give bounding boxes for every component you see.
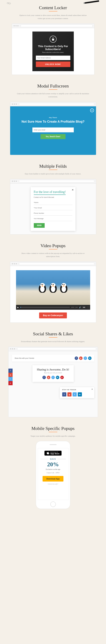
stay-in-touch-card: ✕ STAY IN TOUCH f g t in: [60, 387, 94, 398]
share-bar: Share this with your Friends! f g t in: [12, 355, 94, 362]
discount-percentage: 20%: [40, 461, 66, 468]
penguin-graphic: [39, 282, 46, 293]
linkedin-icon[interactable]: in: [56, 376, 59, 379]
twitter-icon[interactable]: t: [51, 376, 55, 379]
close-icon[interactable]: ✕: [72, 188, 74, 192]
penguin-graphic: [60, 282, 67, 293]
lock-icon: [50, 36, 56, 42]
popup-subtitle: Contact us for travel discount: [34, 196, 72, 198]
paper-clips-decoration: [7, 2, 12, 4]
pinterest-icon[interactable]: p: [60, 376, 64, 379]
email-input[interactable]: [36, 56, 70, 60]
home-button[interactable]: [50, 502, 56, 507]
googleplus-tab[interactable]: g: [8, 373, 13, 377]
facebook-icon[interactable]: f: [75, 356, 78, 360]
browser-mockup: ▲ ✕ For the love of travelling! Contact …: [10, 179, 96, 234]
browser-mockup: Share this with your Friends! f g t in f…: [8, 346, 98, 417]
section-description: Option to lock your content to drive mor…: [17, 14, 89, 20]
title-underline: [49, 90, 57, 90]
phone-mockup: Download on the App Store SAVE 20% Exclu…: [36, 441, 70, 509]
googleplus-icon[interactable]: g: [47, 376, 50, 379]
url-bar: [17, 348, 96, 350]
fullscreen-modal: ✕ Hey There! Not Sure How To Create A Pr…: [10, 106, 96, 155]
share-card: Sharing is Awesome, Do It! Share this po…: [32, 365, 74, 382]
video-controls: ▶ 0:05 / 1:45 🔊 HD ⛶: [16, 305, 90, 310]
side-share-tabs: f g t p: [8, 368, 13, 385]
stay-title: STAY IN TOUCH: [62, 389, 92, 390]
facebook-icon[interactable]: f: [62, 392, 66, 396]
section-title: Multiple Feilds: [5, 164, 101, 169]
modal-greeting: Hey There!: [15, 117, 91, 118]
appstore-button[interactable]: Download on the App Store: [45, 451, 61, 456]
googleplus-icon[interactable]: g: [67, 392, 71, 396]
twitter-icon[interactable]: t: [84, 356, 87, 360]
send-button[interactable]: Yes, Send It Over!: [41, 134, 65, 139]
linkedin-icon[interactable]: in: [88, 356, 92, 360]
section-title: Modal Fullscreen: [5, 84, 101, 89]
section-title: Video Popups: [5, 243, 101, 248]
browser-mockup: ▶ 0:05 / 1:45 🔊 HD ⛶ Buy on Codecanyon: [10, 262, 96, 323]
phone-field[interactable]: [34, 211, 72, 216]
title-underline: [49, 170, 57, 170]
email-input[interactable]: [32, 128, 74, 132]
title-underline: [49, 432, 57, 432]
title-underline: [49, 337, 57, 338]
share-card-title: Sharing is Awesome, Do It!: [35, 368, 71, 371]
video-thumbnail[interactable]: [16, 270, 90, 305]
section-description: Easy form builder to build opt-in form w…: [17, 172, 89, 176]
volume-icon[interactable]: 🔊: [79, 306, 81, 308]
penguin-graphic: [50, 282, 57, 293]
facebook-icon[interactable]: f: [42, 376, 46, 379]
buy-button[interactable]: Buy on Codecanyon: [39, 312, 67, 318]
phone-screen: Download on the App Store SAVE 20% Exclu…: [38, 448, 68, 500]
section-title: Mobile Specific Popups: [5, 426, 101, 431]
video-time: 0:05 / 1:45: [71, 306, 78, 308]
fullscreen-icon[interactable]: ⛶: [87, 306, 89, 308]
contact-form-popup: ✕ For the love of travelling! Contact us…: [31, 187, 75, 231]
unlock-button[interactable]: UNLOCK NOW!: [36, 62, 70, 67]
twitter-tab[interactable]: t: [8, 377, 13, 381]
appstore-big-text: App Store: [50, 452, 59, 455]
section-description: Show video content to visitors with-in t…: [17, 252, 89, 258]
phone-speaker: [50, 444, 56, 445]
facebook-tab[interactable]: f: [8, 368, 13, 373]
linkedin-icon[interactable]: in: [78, 392, 82, 396]
share-card-subtitle: Share this post with your friends: [35, 372, 71, 374]
message-field[interactable]: [34, 216, 72, 221]
url-bar: [19, 103, 94, 105]
progress-bar[interactable]: [20, 307, 70, 308]
title-underline: [49, 249, 57, 250]
browser-bar: [12, 24, 94, 28]
download-button[interactable]: Download App: [43, 476, 63, 482]
pen-decoration: [84, 0, 99, 4]
url-bar: [21, 24, 93, 27]
svg-rect-0: [52, 39, 54, 40]
browser-bar: [10, 102, 96, 106]
googleplus-icon[interactable]: g: [79, 356, 83, 360]
browser-mockup: ✕ Hey There! Not Sure How To Create A Pr…: [10, 102, 96, 155]
send-button[interactable]: SEND: [34, 223, 45, 228]
twitter-icon[interactable]: t: [73, 392, 77, 396]
locker-subtitle: Please subscribe to unlock this content.: [36, 52, 70, 53]
close-icon[interactable]: ✕: [91, 388, 93, 390]
section-title: Social Shares & Likes: [5, 331, 101, 336]
limited-offer-text: Limited time offer!: [40, 483, 66, 485]
save-label: SAVE: [50, 458, 56, 460]
play-icon[interactable]: ▶: [17, 306, 19, 308]
popup-title: For the love of travelling!: [34, 190, 66, 195]
section-description: Target your mobile audience for mobile-s…: [17, 434, 89, 438]
section-description: Grab your visitors attention with full s…: [17, 92, 89, 98]
name-field[interactable]: [34, 200, 72, 205]
pinterest-tab[interactable]: p: [8, 381, 13, 385]
close-icon[interactable]: ✕: [90, 108, 94, 112]
browser-bar: [8, 347, 98, 351]
coupon-code: Coupon Code – APP20: [40, 472, 66, 474]
browser-mockup: This Content Is Only For Subscribers! Pl…: [12, 24, 95, 75]
url-bar: [19, 262, 94, 265]
modal-headline: Not Sure How To Create A Profitable Blog…: [15, 120, 91, 124]
title-underline: [49, 11, 57, 12]
email-field[interactable]: [34, 206, 72, 210]
share-bar-text: Share this with your Friends!: [15, 357, 34, 359]
hd-badge[interactable]: HD: [82, 306, 86, 308]
section-description: Extraordinary feature that generate more…: [17, 340, 89, 343]
